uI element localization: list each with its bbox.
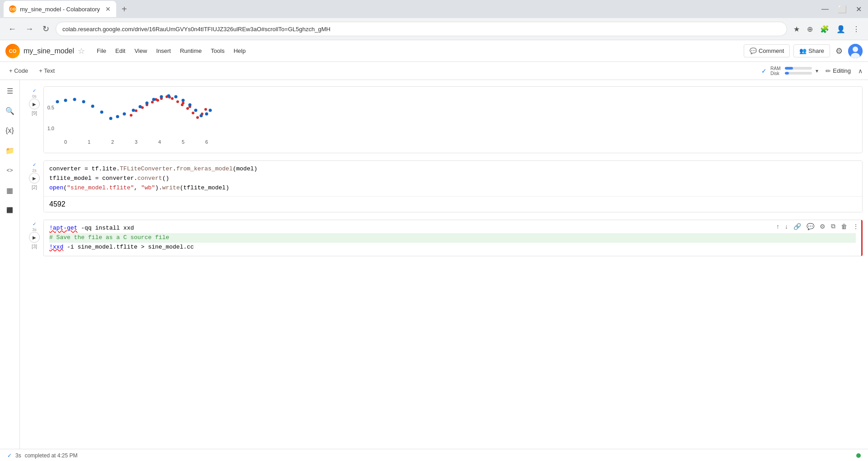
cell-3-line-1: !apt-get -qq install xxd: [49, 224, 856, 233]
fn-write: write: [162, 184, 180, 191]
menu-help[interactable]: Help: [229, 45, 250, 57]
cell-3-line-2: # Save the file as a C source file: [49, 233, 856, 243]
add-code-button[interactable]: + Code: [5, 66, 32, 76]
add-text-button[interactable]: + Text: [35, 66, 58, 76]
svg-point-27: [109, 117, 113, 120]
cell-2-run-button[interactable]: ▶: [29, 173, 40, 183]
address-input[interactable]: colab.research.google.com/drive/16RauUmG…: [56, 22, 787, 36]
sidebar-icon-files[interactable]: 📁: [3, 143, 17, 158]
cell-1-time: 0s: [32, 94, 37, 99]
menu-bar: File Edit View Insert Runtime Tools Help: [92, 45, 250, 57]
cell-delete-button[interactable]: 🗑: [839, 222, 849, 231]
svg-point-1: [853, 47, 858, 52]
menu-runtime[interactable]: Runtime: [175, 45, 206, 57]
svg-point-12: [186, 107, 189, 110]
close-window-button[interactable]: ✕: [853, 4, 864, 14]
user-avatar[interactable]: [848, 44, 863, 58]
menu-file[interactable]: File: [92, 45, 111, 57]
share-button[interactable]: 👥 Share: [793, 44, 830, 57]
cell-2-num: [2]: [32, 184, 37, 190]
editing-button[interactable]: ✏ Editing: [822, 66, 854, 76]
svg-point-40: [200, 114, 203, 118]
svg-point-36: [175, 95, 178, 99]
cell-more-button[interactable]: ⋮: [851, 222, 861, 231]
reload-button[interactable]: ↻: [40, 22, 52, 36]
x-label-0: 0: [64, 139, 67, 145]
resource-dropdown-arrow[interactable]: ▾: [816, 68, 818, 74]
plot-dot-red: [135, 109, 137, 112]
svg-point-22: [64, 99, 67, 102]
close-open: ).: [155, 184, 162, 191]
status-bar: ✓ 3s completed at 4:25 PM: [0, 449, 868, 461]
x-label-5: 5: [182, 139, 184, 145]
menu-tools[interactable]: Tools: [206, 45, 229, 57]
address-text: colab.research.google.com/drive/16RauUmG…: [62, 26, 330, 33]
cell-1-plot-inner: -0.5 -1.0 0 1 2 3 4 5 6: [44, 87, 862, 153]
cm-save-file: # Save the file as a C source file: [49, 234, 169, 241]
fn-convert: convert: [137, 175, 162, 182]
back-button[interactable]: ←: [5, 23, 19, 36]
maximize-button[interactable]: ⬜: [835, 4, 849, 14]
svg-point-41: [205, 113, 208, 116]
paren-model: (model): [233, 165, 258, 172]
sidebar-icon-terminal[interactable]: ▦: [3, 183, 17, 198]
star-icon[interactable]: ☆: [78, 46, 85, 56]
cmd-xxd: !xxd: [49, 244, 63, 250]
cell-1-run-button[interactable]: ▶: [29, 99, 40, 109]
cell-2-content[interactable]: converter = tf.lite.TFLiteConverter.from…: [43, 160, 863, 212]
minimize-button[interactable]: —: [819, 4, 831, 14]
svg-point-38: [189, 103, 192, 107]
cell-3-content[interactable]: !apt-get -qq install xxd # Save the file…: [43, 220, 863, 256]
editing-label: Editing: [833, 67, 851, 74]
more-button[interactable]: ⋮: [850, 23, 863, 35]
cell-move-down-button[interactable]: ↓: [783, 222, 790, 231]
str-wb: "wb": [141, 184, 155, 191]
cell-3-run-button[interactable]: ▶: [29, 232, 40, 243]
menu-view[interactable]: View: [130, 45, 151, 57]
google-lens-button[interactable]: ⊕: [804, 23, 816, 35]
x-label-2: 2: [111, 139, 114, 145]
cell-3-time: 3s: [32, 227, 37, 232]
svg-point-39: [194, 109, 198, 112]
header-right: 💬 Comment 👥 Share ⚙: [744, 44, 863, 58]
sidebar-icon-code[interactable]: <>: [3, 163, 17, 178]
cell-2-code[interactable]: converter = tf.lite.TFLiteConverter.from…: [44, 161, 862, 196]
sidebar-icon-menu[interactable]: ☰: [3, 84, 17, 98]
notebook-title[interactable]: my_sine_model: [24, 47, 74, 55]
plot-dot-blue: [56, 100, 59, 103]
active-tab[interactable]: CO my_sine_model - Colaboratory ✕: [4, 1, 116, 17]
svg-point-14: [196, 116, 199, 119]
paren-write: (tflite_model): [180, 184, 229, 191]
extensions-button[interactable]: 🧩: [817, 23, 832, 35]
svg-point-30: [132, 109, 135, 112]
forward-button[interactable]: →: [23, 23, 36, 36]
xxd-rest: -i sine_model.tflite > sine_model.cc: [63, 244, 194, 250]
profile-button[interactable]: 👤: [834, 23, 848, 35]
svg-point-21: [130, 114, 132, 117]
cell-3-code[interactable]: !apt-get -qq install xxd # Save the file…: [44, 220, 861, 255]
collapse-icon[interactable]: ∧: [858, 67, 863, 75]
comment-button[interactable]: 💬 Comment: [744, 44, 790, 57]
cell-1-plot-container[interactable]: -0.5 -1.0 0 1 2 3 4 5 6: [43, 86, 863, 153]
sidebar-icon-variables[interactable]: {x}: [3, 123, 17, 138]
menu-insert[interactable]: Insert: [151, 45, 175, 57]
sidebar-icon-search[interactable]: 🔍: [3, 103, 17, 118]
cell-settings-button[interactable]: ⚙: [818, 222, 827, 231]
new-tab-button[interactable]: +: [118, 2, 131, 16]
comma-1: ,: [134, 184, 141, 191]
cell-link-button[interactable]: 🔗: [792, 222, 803, 231]
cell-3: ✓ 3s ▶ [3] !apt-get -qq install xxd # Sa…: [20, 218, 868, 258]
tab-close-button[interactable]: ✕: [105, 5, 111, 13]
cell-comment-button[interactable]: 💬: [805, 222, 816, 231]
bookmark-button[interactable]: ★: [791, 23, 802, 35]
svg-point-23: [73, 98, 76, 101]
menu-edit[interactable]: Edit: [111, 45, 130, 57]
cell-1-indicator: ✓ 0s ▶ [9]: [25, 86, 43, 116]
open-paren: (: [63, 184, 67, 191]
paren-convert: (): [162, 175, 170, 182]
cell-move-up-button[interactable]: ↑: [774, 222, 781, 231]
settings-button[interactable]: ⚙: [834, 44, 844, 58]
cell-2-status: ✓: [33, 162, 36, 167]
sidebar-icon-terminal2[interactable]: ⬛: [3, 203, 17, 217]
cell-copy-button[interactable]: ⧉: [829, 221, 837, 231]
